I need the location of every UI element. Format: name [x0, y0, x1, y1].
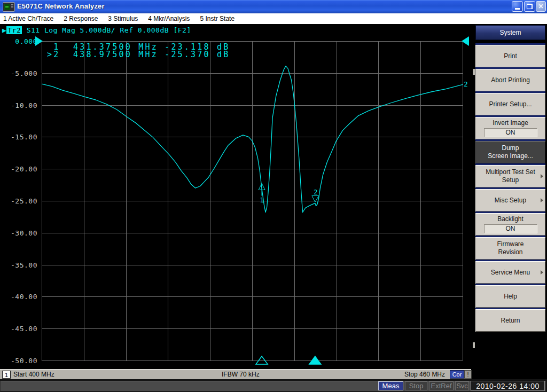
measurement-display: 0.000-5.000-10.00-15.00-20.00-25.00-30.0… — [0, 24, 472, 369]
backlight-state: ON — [484, 224, 537, 233]
y-axis-tick-label: -35.00 — [11, 261, 37, 269]
softkey-print[interactable]: Print — [475, 43, 545, 67]
close-button[interactable]: ✕ — [536, 1, 546, 12]
softkey-invert-image[interactable]: Invert Image ON — [475, 115, 545, 139]
y-axis-tick-label: 0.000 — [15, 37, 37, 45]
y-axis-tick-label: -5.000 — [11, 69, 37, 77]
softkey-return[interactable]: Return — [475, 308, 545, 332]
menu-bar: 1 Active Ch/Trace 2 Response 3 Stimulus … — [0, 13, 547, 24]
status-indicator-svc: Svc — [455, 381, 469, 390]
softkey-multiport-test-set-setup[interactable]: Multiport Test Set Setup — [475, 163, 545, 187]
marker2-number: 2 — [314, 189, 317, 196]
trace-number-label: 2 — [464, 80, 468, 88]
softkey-firmware-revision[interactable]: Firmware Revision — [475, 236, 545, 260]
softkey-backlight[interactable]: Backlight ON — [475, 211, 545, 236]
softkey-scroll-handle[interactable] — [473, 69, 475, 75]
close-icon: ✕ — [538, 3, 543, 10]
menu-active-ch-trace[interactable]: 1 Active Ch/Trace — [3, 15, 53, 22]
menu-response[interactable]: 2 Response — [64, 15, 98, 22]
softkey-menu-title: System — [475, 25, 545, 40]
restore-button[interactable] — [524, 1, 535, 12]
minimize-button[interactable] — [512, 1, 523, 12]
menu-stimulus[interactable]: 3 Stimulus — [108, 15, 138, 22]
y-axis-tick-label: -10.00 — [11, 101, 37, 109]
window-title: E5071C Network Analyzer — [17, 2, 105, 10]
submenu-arrow-icon — [541, 270, 543, 275]
status-indicator-stop: Stop — [405, 381, 427, 390]
trace-settings-text: S11 Log Mag 5.000dB/ Ref 0.000dB [F2] — [22, 26, 191, 34]
channel-number-badge: 1 — [2, 371, 11, 379]
softkey-sidebar: System Print Abort Printing Printer Setu… — [472, 24, 547, 379]
menu-mkr-analysis[interactable]: 4 Mkr/Analysis — [148, 15, 190, 22]
y-axis-tick-label: -50.00 — [11, 357, 37, 365]
softkey-scroll-handle[interactable] — [473, 342, 475, 348]
y-axis-tick-label: -45.00 — [11, 325, 37, 333]
submenu-arrow-icon — [541, 198, 543, 202]
y-axis-tick-label: -15.00 — [11, 133, 37, 141]
marker2-readout: >2 438.97500 MHz -25.370 dB — [47, 51, 230, 58]
correction-badge: Cor — [450, 370, 464, 379]
trace-label-chip[interactable]: Tr2 — [6, 26, 22, 34]
invert-image-state: ON — [484, 128, 537, 137]
status-datetime: 2010-02-26 14:00 — [471, 381, 545, 391]
marker1-number: 1 — [260, 197, 263, 204]
softkey-service-menu[interactable]: Service Menu — [475, 260, 545, 284]
restore-icon — [527, 4, 533, 9]
status-indicator-extref: ExtRef — [429, 381, 454, 390]
softkey-abort-printing[interactable]: Abort Printing — [475, 67, 545, 91]
y-axis-tick-label: -30.00 — [11, 229, 37, 237]
submenu-arrow-icon — [541, 174, 543, 178]
ifbw-label: IFBW 70 kHz — [222, 371, 260, 378]
y-axis-tick-label: -20.00 — [11, 165, 37, 173]
channel-bar: 1 Start 400 MHz IFBW 70 kHz Stop 460 MHz… — [0, 369, 471, 379]
start-frequency-label: Start 400 MHz — [13, 371, 54, 378]
warning-badge: ! — [464, 370, 472, 379]
title-bar: E5071C Network Analyzer ✕ — [0, 0, 547, 13]
measurement-plot: 0.000-5.000-10.00-15.00-20.00-25.00-30.0… — [0, 24, 472, 369]
minimize-icon — [515, 8, 520, 10]
y-axis-tick-label: -25.00 — [11, 197, 37, 205]
app-icon — [3, 2, 15, 12]
trace-header: ▶Tr2 S11 Log Mag 5.000dB/ Ref 0.000dB [F… — [2, 26, 191, 34]
marker2-stimulus-triangle[interactable] — [309, 356, 321, 364]
marker1-stimulus-triangle[interactable] — [256, 356, 268, 364]
app-icon-screen — [4, 4, 10, 10]
softkey-misc-setup[interactable]: Misc Setup — [475, 187, 545, 211]
softkey-printer-setup[interactable]: Printer Setup... — [475, 91, 545, 115]
y-axis-tick-label: -40.00 — [11, 293, 37, 301]
status-indicator-meas: Meas — [378, 381, 403, 390]
softkey-dump-screen-image[interactable]: Dump Screen Image... — [475, 139, 545, 163]
status-bar: Meas Stop ExtRef Svc 2010-02-26 14:00 — [0, 379, 547, 392]
softkey-help[interactable]: Help — [475, 284, 545, 308]
stop-frequency-label: Stop 460 MHz — [404, 371, 445, 378]
menu-instr-state[interactable]: 5 Instr State — [200, 15, 235, 22]
ref-level-triangle-left — [35, 36, 43, 46]
